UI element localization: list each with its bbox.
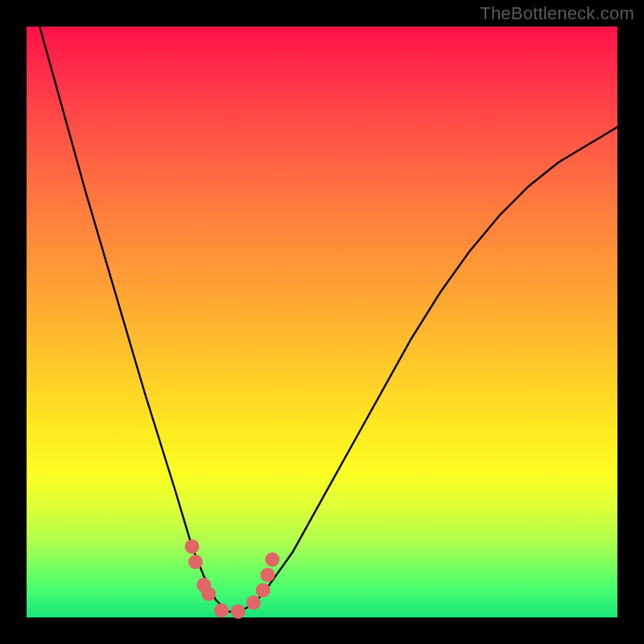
bottleneck-curve — [27, 0, 617, 612]
bottom-markers-group — [185, 539, 280, 619]
marker-dot — [265, 552, 279, 567]
marker-dot — [231, 605, 246, 619]
marker-dot — [214, 603, 229, 617]
curve-svg — [27, 27, 617, 617]
plot-area — [27, 27, 617, 617]
marker-dot — [185, 539, 200, 554]
marker-dot — [201, 587, 216, 601]
attribution-text: TheBottleneck.com — [480, 3, 634, 24]
marker-dot — [256, 583, 270, 597]
marker-dot — [261, 568, 275, 582]
marker-dot — [188, 555, 203, 569]
chart-frame: TheBottleneck.com — [0, 0, 644, 644]
marker-dot — [246, 596, 261, 610]
